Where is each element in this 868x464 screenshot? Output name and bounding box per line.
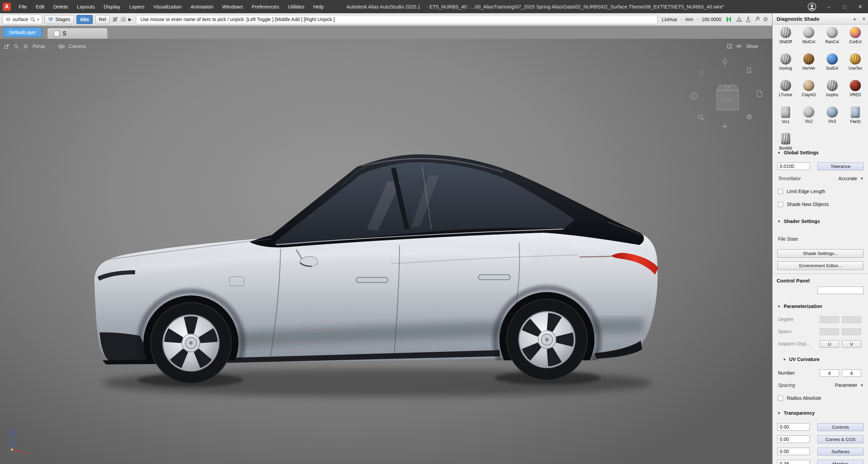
- shade-new-checkbox[interactable]: [778, 202, 783, 207]
- app-logo-icon[interactable]: A: [3, 3, 11, 11]
- gear-icon[interactable]: ⚙: [763, 16, 768, 23]
- shader-vred[interactable]: VRED: [844, 78, 867, 104]
- popout-view-icon[interactable]: [4, 44, 9, 49]
- shader-isopho[interactable]: Isopho: [820, 78, 844, 104]
- prompt-line[interactable]: Use mouse or enter name of item to pick …: [136, 15, 657, 24]
- tolerance-button[interactable]: Tolerance: [817, 162, 864, 170]
- snap-grid-icon[interactable]: [112, 17, 118, 22]
- menu-item-delete[interactable]: Delete: [49, 0, 72, 13]
- menu-item-utilities[interactable]: Utilities: [284, 0, 309, 13]
- menu-item-visualization[interactable]: Visualization: [149, 0, 186, 13]
- tolerance-field[interactable]: 0.0100: [777, 162, 810, 170]
- shader-usetex[interactable]: UseTex: [844, 51, 867, 78]
- panel-close-icon[interactable]: ✕: [860, 16, 868, 21]
- shader-vis3[interactable]: Vis3: [820, 104, 844, 131]
- transparency-target-button[interactable]: Surfaces: [817, 448, 864, 456]
- menu-item-layers[interactable]: Layers: [125, 0, 149, 13]
- tessellator-dropdown[interactable]: Accurate ▼: [838, 176, 864, 181]
- transparency-target-button[interactable]: Meshes: [817, 460, 864, 464]
- file-state-label: File State: [778, 236, 798, 242]
- menu-item-layouts[interactable]: Layouts: [72, 0, 99, 13]
- menu-item-help[interactable]: Help: [309, 0, 328, 13]
- user-account-icon[interactable]: [808, 2, 816, 11]
- home-view-icon[interactable]: ⌂: [699, 68, 704, 76]
- shader-surevl[interactable]: SurEvl: [820, 51, 844, 78]
- shader-filest[interactable]: FileSt: [844, 104, 867, 131]
- current-layer-chip[interactable]: DefaultLayer: [3, 28, 42, 37]
- radius-absolute-checkbox[interactable]: [778, 396, 783, 401]
- close-button[interactable]: ✕: [852, 0, 868, 13]
- show-menu-label[interactable]: Show: [746, 44, 758, 49]
- transparency-target-button[interactable]: Curves & COS: [817, 435, 864, 443]
- add-view-icon[interactable]: +: [722, 121, 727, 132]
- pin-icon[interactable]: [722, 58, 728, 67]
- shade-settings-button[interactable]: Shade Settings...: [777, 249, 864, 258]
- user-name-dropdown[interactable]: LiuHua: [662, 17, 677, 22]
- menu-item-preferences[interactable]: Preferences: [247, 0, 284, 13]
- scale-value[interactable]: 100.0000: [702, 17, 721, 22]
- shader-vis2[interactable]: Vis2: [797, 104, 821, 131]
- view-cube[interactable]: TOP LEFT: [712, 82, 743, 116]
- spacing-dropdown[interactable]: Parameter ▼: [835, 382, 864, 388]
- menu-item-edit[interactable]: Edit: [31, 0, 49, 13]
- transparency-value-field[interactable]: 0.38: [777, 460, 810, 464]
- view-settings-gear-icon[interactable]: ⚙: [746, 113, 752, 121]
- object-name-field[interactable]: [817, 287, 864, 294]
- wrench-icon[interactable]: [754, 17, 760, 22]
- transparency-target-button[interactable]: Controls: [817, 423, 864, 431]
- rel-toggle-button[interactable]: Rel: [95, 15, 110, 24]
- play-prompt-icon[interactable]: ▶: [128, 17, 131, 22]
- stages-button[interactable]: Stages: [45, 15, 74, 24]
- camera-label[interactable]: Camera: [69, 44, 86, 49]
- section-uv-curvature[interactable]: ▼ UV Curvature: [773, 355, 868, 363]
- limit-edge-checkbox[interactable]: [778, 189, 783, 194]
- maximize-button[interactable]: □: [837, 0, 852, 13]
- number-u-field[interactable]: 4: [820, 370, 839, 377]
- section-global-settings[interactable]: ▼ Global Settings: [773, 149, 868, 157]
- abs-toggle-button[interactable]: Abs: [76, 15, 93, 24]
- bookmark-icon[interactable]: [747, 67, 751, 73]
- transparency-value-field[interactable]: 0.00: [777, 423, 810, 431]
- section-transparency[interactable]: ▼ Transparency: [773, 409, 868, 417]
- section-shader-settings[interactable]: ▼ Shader Settings: [773, 217, 868, 225]
- transparency-value-field[interactable]: 0.00: [777, 448, 810, 455]
- flask-icon[interactable]: [746, 17, 751, 22]
- view-grid-icon[interactable]: [23, 44, 28, 49]
- camera-icon[interactable]: [58, 44, 65, 49]
- shader-vis1[interactable]: Vis1: [774, 104, 797, 131]
- view-name-label[interactable]: Persp: [33, 44, 45, 49]
- list-options-icon[interactable]: [121, 17, 126, 22]
- shader-clayao[interactable]: ClayAO: [797, 78, 821, 104]
- shader-horver[interactable]: HorVer: [797, 51, 821, 78]
- shader-mulcol[interactable]: MulCol: [797, 25, 821, 51]
- section-parameterization[interactable]: ▼ Parameterization: [773, 302, 868, 310]
- panes-icon[interactable]: [727, 44, 732, 49]
- units-dropdown[interactable]: mm: [685, 17, 693, 22]
- shader-shdoff[interactable]: ShdOff: [774, 25, 797, 51]
- shader-curevl[interactable]: CurEvl: [844, 25, 867, 51]
- menu-item-animation[interactable]: Animation: [186, 0, 218, 13]
- construction-plane-icon[interactable]: [736, 17, 742, 22]
- panel-tearoff-icon[interactable]: ▸: [851, 16, 860, 21]
- menu-item-windows[interactable]: Windows: [218, 0, 247, 13]
- minimize-button[interactable]: –: [821, 0, 837, 13]
- sheet-icon[interactable]: [757, 90, 762, 97]
- isoparm-u-button[interactable]: U: [820, 340, 839, 348]
- number-v-field[interactable]: 4: [842, 370, 861, 377]
- shader-rancol[interactable]: RanCol: [820, 25, 844, 51]
- shader-isoang[interactable]: IsoAng: [774, 51, 797, 78]
- menu-item-file[interactable]: File: [14, 0, 31, 13]
- eye-icon[interactable]: [736, 44, 742, 48]
- shader-ltunne[interactable]: LTunne: [774, 78, 797, 104]
- orbit-icon[interactable]: [690, 92, 698, 100]
- stage-tab[interactable]: S: [47, 28, 108, 39]
- history-badge-icon[interactable]: H: [726, 15, 731, 23]
- transparency-value-field[interactable]: 0.00: [777, 435, 810, 443]
- 3d-viewport[interactable]: Persp Camera Show ⌂ ⚙ +: [0, 39, 772, 464]
- isoparm-v-button[interactable]: V: [842, 340, 861, 348]
- pick-filter-box[interactable]: surface ▾: [3, 15, 42, 24]
- zoom-tool-icon[interactable]: [698, 114, 705, 121]
- environment-editor-button[interactable]: Environment Editor...: [777, 261, 864, 270]
- view-search-icon[interactable]: [14, 44, 19, 49]
- menu-item-display[interactable]: Display: [99, 0, 125, 13]
